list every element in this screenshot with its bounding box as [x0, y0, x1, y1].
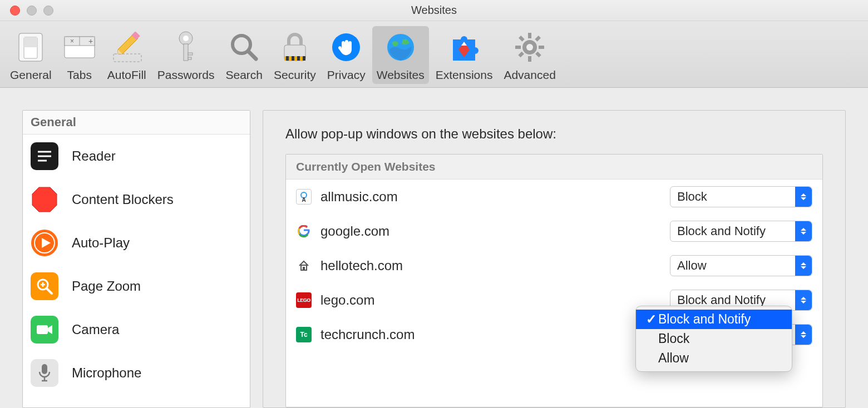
zoom-window-button[interactable] — [43, 6, 53, 16]
preferences-toolbar: General ×+ Tabs AutoFill Passwords Searc… — [0, 21, 868, 88]
svg-rect-8 — [114, 54, 141, 62]
select-value: Block and Notify — [670, 224, 795, 238]
site-domain: allmusic.com — [320, 189, 670, 205]
select-stepper-icon — [795, 256, 812, 276]
dropdown-option-block[interactable]: Block — [636, 329, 792, 349]
toolbar-label: General — [10, 68, 52, 82]
window-title: Websites — [0, 4, 868, 17]
popup-permission-select[interactable]: Block and Notify — [670, 221, 812, 242]
toolbar-label: Tabs — [67, 68, 92, 82]
svg-rect-15 — [188, 53, 193, 55]
favicon-techcrunch: Tc — [296, 327, 312, 342]
sidebar-item-auto-play[interactable]: Auto-Play — [23, 221, 250, 265]
sidebar-item-label: Page Zoom — [72, 278, 141, 294]
toolbar-label: Extensions — [436, 68, 493, 82]
svg-rect-51 — [37, 325, 48, 334]
svg-marker-43 — [32, 187, 57, 212]
favicon-google — [296, 223, 312, 239]
sidebar-item-page-zoom[interactable]: Page Zoom — [23, 265, 250, 308]
security-lock-icon — [278, 31, 312, 64]
dropdown-option-label: Allow — [658, 351, 689, 366]
websites-globe-icon — [384, 31, 417, 64]
sidebar-item-label: Content Blockers — [72, 192, 174, 207]
dropdown-option-allow[interactable]: Allow — [636, 349, 792, 368]
dropdown-option-label: Block — [658, 331, 689, 346]
svg-text:+: + — [88, 37, 93, 46]
select-value: Allow — [670, 258, 795, 273]
microphone-icon — [31, 359, 58, 387]
toolbar-item-tabs[interactable]: ×+ Tabs — [58, 26, 101, 84]
toolbar-item-security[interactable]: Security — [269, 26, 320, 84]
settings-sidebar: General Reader Content Blockers Auto-Pla… — [22, 110, 250, 408]
dropdown-option-block-and-notify[interactable]: ✓ Block and Notify — [636, 310, 792, 329]
svg-rect-33 — [515, 46, 521, 49]
window-controls — [10, 6, 53, 16]
content-area: General Reader Content Blockers Auto-Pla… — [0, 88, 868, 408]
toolbar-item-general[interactable]: General — [6, 26, 56, 84]
close-window-button[interactable] — [10, 6, 20, 16]
site-row[interactable]: A allmusic.com Block — [286, 180, 822, 214]
toolbar-label: Advanced — [504, 68, 555, 82]
site-row[interactable]: google.com Block and Notify — [286, 214, 822, 248]
site-row[interactable]: hellotech.com Allow — [286, 248, 822, 283]
site-domain: hellotech.com — [320, 258, 670, 273]
dropdown-option-label: Block and Notify — [658, 312, 751, 327]
select-stepper-icon — [795, 221, 812, 241]
extensions-puzzle-icon — [447, 31, 481, 64]
svg-rect-53 — [42, 364, 47, 374]
svg-point-13 — [183, 36, 189, 41]
svg-rect-16 — [188, 57, 191, 59]
svg-rect-31 — [528, 33, 531, 38]
toolbar-item-autofill[interactable]: AutoFill — [103, 26, 151, 84]
toolbar-item-extensions[interactable]: Extensions — [431, 26, 497, 84]
svg-rect-38 — [518, 52, 524, 58]
titlebar: Websites — [0, 0, 868, 21]
select-stepper-icon — [795, 325, 812, 345]
toolbar-label: Passwords — [157, 68, 215, 82]
sidebar-item-label: Microphone — [72, 365, 141, 381]
page-zoom-icon — [31, 272, 58, 300]
sidebar-item-label: Reader — [72, 148, 116, 164]
sidebar-item-reader[interactable]: Reader — [23, 135, 250, 178]
favicon-lego: LEGO — [296, 292, 312, 308]
favicon-hellotech — [296, 258, 312, 273]
toolbar-item-passwords[interactable]: Passwords — [153, 26, 219, 84]
reader-icon — [31, 142, 58, 170]
select-value: Block — [670, 190, 795, 204]
autofill-pencil-icon — [110, 31, 144, 64]
popup-permission-select[interactable]: Allow — [670, 255, 812, 276]
svg-rect-34 — [539, 46, 544, 49]
svg-rect-24 — [297, 56, 300, 61]
svg-rect-36 — [535, 52, 541, 58]
toolbar-item-websites[interactable]: Websites — [372, 26, 429, 84]
site-domain: google.com — [320, 223, 670, 239]
toolbar-label: AutoFill — [107, 68, 146, 82]
svg-point-39 — [526, 44, 533, 51]
site-domain: lego.com — [320, 292, 670, 308]
toolbar-item-advanced[interactable]: Advanced — [499, 26, 560, 84]
sidebar-item-label: Camera — [72, 322, 119, 337]
popup-permission-dropdown: ✓ Block and Notify Block Allow — [635, 306, 792, 372]
popup-permission-select[interactable]: Block — [670, 186, 812, 207]
general-switch-icon — [14, 31, 47, 64]
privacy-hand-icon — [329, 31, 363, 64]
camera-icon — [31, 316, 58, 344]
svg-rect-32 — [528, 56, 531, 62]
sidebar-item-camera[interactable]: Camera — [23, 308, 250, 351]
favicon-allmusic: A — [296, 189, 312, 205]
toolbar-label: Search — [225, 68, 263, 82]
toolbar-label: Privacy — [327, 68, 366, 82]
auto-play-icon — [31, 229, 58, 257]
select-stepper-icon — [795, 187, 812, 207]
sidebar-section-header: General — [23, 111, 250, 135]
svg-line-18 — [248, 51, 256, 59]
sidebar-item-microphone[interactable]: Microphone — [23, 351, 250, 395]
svg-rect-14 — [184, 44, 188, 61]
toolbar-item-privacy[interactable]: Privacy — [323, 26, 370, 84]
sidebar-item-content-blockers[interactable]: Content Blockers — [23, 178, 250, 221]
toolbar-item-search[interactable]: Search — [221, 26, 267, 84]
toolbar-label: Websites — [377, 68, 425, 82]
svg-marker-52 — [48, 325, 52, 334]
toolbar-label: Security — [274, 68, 316, 82]
minimize-window-button[interactable] — [27, 6, 37, 16]
